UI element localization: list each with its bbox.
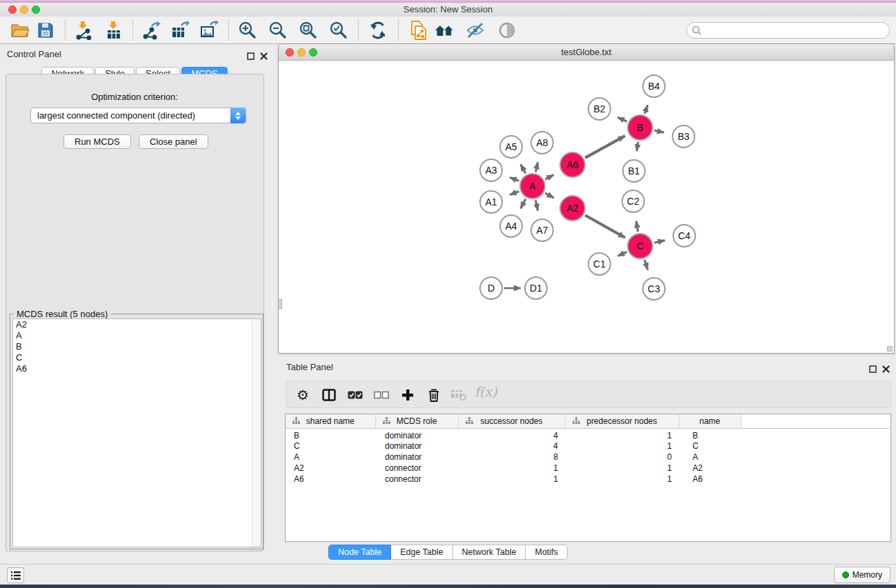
graph-node[interactable]: B4 xyxy=(642,74,666,98)
table-cell[interactable]: A6 xyxy=(286,474,375,485)
graph-edge[interactable] xyxy=(536,162,538,172)
table-cell[interactable]: B xyxy=(679,428,741,440)
tab-node-table[interactable]: Node Table xyxy=(328,545,391,560)
save-session-icon[interactable] xyxy=(35,20,56,41)
graph-node[interactable]: C1 xyxy=(588,252,611,276)
table-cell[interactable]: C xyxy=(679,440,741,452)
table-cell[interactable]: A2 xyxy=(286,463,375,474)
close-panel-icon[interactable] xyxy=(260,50,268,63)
scrollbar-handle[interactable] xyxy=(278,299,282,309)
column-browser-icon[interactable] xyxy=(319,385,339,405)
table-cell[interactable]: 1 xyxy=(458,463,565,474)
graph-edge[interactable] xyxy=(585,215,625,237)
table-cell[interactable]: 1 xyxy=(458,474,565,485)
export-image-icon[interactable] xyxy=(199,20,219,41)
minimize-view-button[interactable] xyxy=(297,48,306,57)
function-builder-icon[interactable]: f(x) xyxy=(475,384,497,399)
graph-edge[interactable] xyxy=(535,201,537,211)
graph-edge[interactable] xyxy=(521,199,526,209)
graph-node[interactable]: A7 xyxy=(530,219,554,242)
export-network-icon[interactable] xyxy=(141,20,161,41)
mcds-result-item[interactable]: B xyxy=(13,341,261,352)
table-cell[interactable]: 1 xyxy=(565,428,679,440)
graph-node[interactable]: A1 xyxy=(479,190,503,214)
table-row[interactable]: Cdominator41C xyxy=(286,440,890,452)
graph-edge[interactable] xyxy=(521,164,526,173)
memory-button[interactable]: Memory xyxy=(834,567,890,583)
deselect-all-icon[interactable] xyxy=(371,385,392,405)
graph-node[interactable]: A5 xyxy=(499,135,523,159)
mcds-result-item[interactable]: A xyxy=(13,330,261,341)
graph-node[interactable]: C2 xyxy=(621,190,645,213)
maximize-view-button[interactable] xyxy=(309,48,317,57)
tab-network-table[interactable]: Network Table xyxy=(453,545,526,560)
table-cell[interactable]: A6 xyxy=(679,474,741,485)
graph-node[interactable]: B3 xyxy=(672,125,695,148)
mcds-result-list[interactable]: A2ABCA6 xyxy=(12,318,261,547)
close-panel-button[interactable]: Close panel xyxy=(139,134,208,149)
graph-edge[interactable] xyxy=(585,136,625,158)
graph-node[interactable]: C xyxy=(627,233,653,259)
table-cell[interactable]: B xyxy=(286,428,375,440)
table-row[interactable]: Bdominator41B xyxy=(286,428,890,440)
network-window-titlebar[interactable]: testGlobe.txt xyxy=(279,44,894,61)
zoom-in-icon[interactable] xyxy=(237,20,258,41)
column-header[interactable]: shared name xyxy=(286,414,375,428)
mcds-result-item[interactable]: A2 xyxy=(13,319,261,330)
graph-edge[interactable] xyxy=(636,221,637,232)
graph-edge[interactable] xyxy=(510,177,519,181)
graph-node[interactable]: D xyxy=(479,276,503,300)
graph-node[interactable]: A xyxy=(519,173,546,199)
refresh-icon[interactable] xyxy=(368,20,388,41)
table-cell[interactable]: connector xyxy=(375,474,458,485)
column-header[interactable]: successor nodes xyxy=(458,414,565,428)
graph-edge[interactable] xyxy=(546,175,554,179)
graph-node[interactable]: C4 xyxy=(673,224,696,247)
tab-edge-table[interactable]: Edge Table xyxy=(391,545,452,560)
graph-edge[interactable] xyxy=(545,193,553,198)
graph-node[interactable]: A8 xyxy=(530,131,554,154)
graph-edge[interactable] xyxy=(617,117,627,121)
graph-edge[interactable] xyxy=(618,252,627,256)
zoom-fit-icon[interactable] xyxy=(298,20,319,41)
mcds-result-item[interactable]: A6 xyxy=(13,363,261,374)
table-cell[interactable]: A xyxy=(679,452,741,463)
select-all-icon[interactable] xyxy=(345,385,366,405)
first-neighbors-icon[interactable] xyxy=(435,20,455,41)
network-canvas[interactable]: B4B2BB3A8A5A6A3B1AC2A1A2A4A7C4CC1C3DD1 xyxy=(279,61,894,353)
open-session-icon[interactable] xyxy=(10,20,30,41)
graph-node[interactable]: A2 xyxy=(559,195,586,221)
table-cell[interactable]: 4 xyxy=(458,440,565,452)
add-column-icon[interactable] xyxy=(397,385,418,405)
graph-edge[interactable] xyxy=(510,192,519,195)
column-header[interactable]: MCDS role xyxy=(375,414,458,428)
graph-edge[interactable] xyxy=(654,241,664,243)
column-header[interactable]: name xyxy=(679,414,741,428)
graph-node[interactable]: B2 xyxy=(588,97,611,121)
clone-network-icon[interactable] xyxy=(408,20,429,41)
scrollbar-track[interactable] xyxy=(252,319,261,547)
graph-edge[interactable] xyxy=(644,260,648,270)
table-cell[interactable]: dominator xyxy=(375,452,458,463)
table-cell[interactable]: dominator xyxy=(375,428,458,440)
table-cell[interactable]: A xyxy=(286,452,375,463)
table-cell[interactable]: 1 xyxy=(565,440,679,452)
float-panel-icon[interactable] xyxy=(247,50,255,63)
graph-edge[interactable] xyxy=(655,130,664,132)
graph-node[interactable]: B1 xyxy=(622,159,646,183)
graph-node[interactable]: A4 xyxy=(499,214,523,238)
node-table[interactable]: shared nameMCDS rolesuccessor nodesprede… xyxy=(285,414,891,542)
column-header[interactable]: predecessor nodes xyxy=(565,414,679,428)
export-table-icon[interactable] xyxy=(170,20,190,41)
table-cell[interactable]: 1 xyxy=(565,474,679,485)
import-table-icon[interactable] xyxy=(103,20,124,41)
float-table-panel-icon[interactable] xyxy=(869,363,877,376)
zoom-out-icon[interactable] xyxy=(268,20,288,41)
minimize-window-button[interactable] xyxy=(20,6,28,14)
table-cell[interactable]: connector xyxy=(375,463,458,474)
import-network-icon[interactable] xyxy=(73,20,94,41)
delete-table-icon[interactable] xyxy=(448,385,469,405)
close-table-panel-icon[interactable] xyxy=(882,363,890,376)
table-row[interactable]: A2connector11A2 xyxy=(286,463,890,474)
table-cell[interactable]: C xyxy=(286,440,375,452)
